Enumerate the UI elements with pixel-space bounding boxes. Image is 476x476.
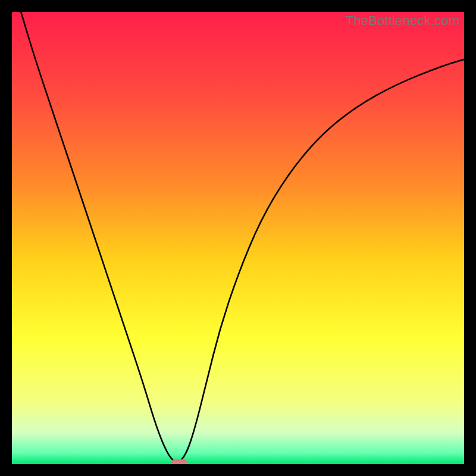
bottleneck-chart [12,12,464,464]
optimal-point-marker [171,459,187,464]
watermark-label: TheBottleneck.com [345,13,459,29]
chart-frame: TheBottleneck.com [12,12,464,464]
gradient-background [12,12,464,464]
